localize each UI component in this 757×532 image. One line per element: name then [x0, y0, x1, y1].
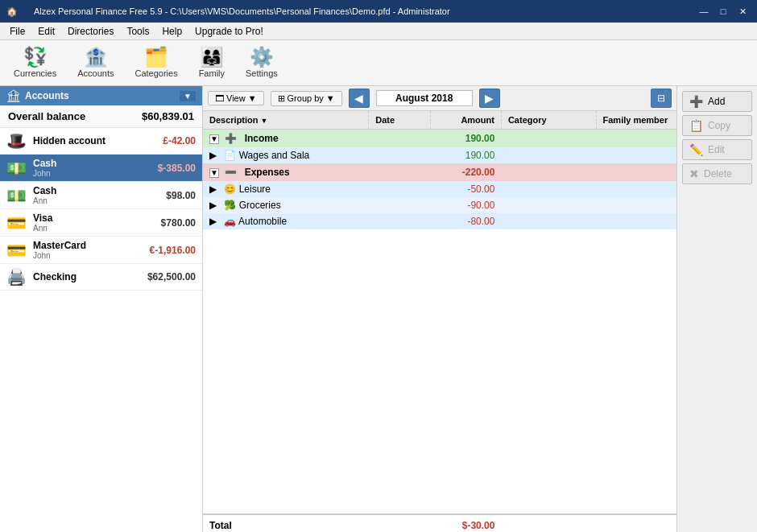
delete-icon: ✖ [689, 167, 699, 180]
close-button[interactable]: ✕ [734, 4, 751, 19]
app-icon: 🏠 [6, 6, 18, 17]
row-category [501, 197, 596, 213]
group-by-dropdown-icon: ▼ [326, 93, 335, 103]
add-icon: ➕ [689, 95, 703, 108]
expand-sub-icon[interactable]: ▶ [209, 150, 217, 161]
account-amount-visa-ann: $780.00 [139, 217, 196, 229]
table-row[interactable]: ▶ 🥦 Groceries -90.00 [203, 197, 676, 213]
row-description: ▶ 🥦 Groceries [203, 197, 369, 213]
row-description: ▶ 🚗 Automobile [203, 213, 369, 229]
group-by-button[interactable]: ⊞ Group by ▼ [271, 91, 342, 106]
expand-sub-icon[interactable]: ▶ [209, 216, 217, 227]
col-header-category: Category [501, 111, 596, 130]
menu-item-edit[interactable]: Edit [31, 24, 61, 39]
overall-balance: Overall balance $60,839.01 [0, 105, 202, 128]
row-date [369, 213, 430, 229]
account-icon-hidden: 🎩 [6, 131, 27, 151]
edit-label: Edit [708, 144, 725, 155]
group-row-expenses[interactable]: ▼ ➖ Expenses -220.00 [203, 163, 676, 181]
row-description: ▶ 😊 Leisure [203, 181, 369, 197]
accounts-list: 🎩 Hidden account £-42.00 💵 Cash John $-3… [0, 128, 202, 291]
delete-button[interactable]: ✖ Delete [682, 163, 752, 184]
menu-item-tools[interactable]: Tools [120, 24, 155, 39]
title-bar: 🏠 Alzex Personal Finance Free 5.9 - C:\U… [0, 0, 757, 23]
copy-button[interactable]: 📋 Copy [682, 115, 752, 136]
expand-icon-income[interactable]: ▼ [209, 134, 219, 144]
account-info-cash-ann: Cash Ann [33, 185, 133, 205]
group-by-icon: ⊞ [278, 93, 285, 104]
expand-icon-expenses[interactable]: ▼ [209, 168, 219, 178]
categories-label: Categories [134, 68, 177, 78]
table-row[interactable]: ▶ 📄 Wages and Sala 190.00 [203, 147, 676, 163]
toolbar-btn-settings[interactable]: ⚙️ Settings [238, 43, 285, 82]
copy-icon: 📋 [689, 119, 703, 132]
group-row-income[interactable]: ▼ ➕ Income 190.00 [203, 130, 676, 148]
menu-item-help[interactable]: Help [155, 24, 188, 39]
currencies-label: Currencies [14, 68, 56, 78]
account-name-hidden: Hidden account [33, 135, 133, 146]
account-info-cash-john: Cash John [33, 158, 133, 178]
account-owner-cash-john: John [33, 169, 133, 178]
sort-arrow-description: ▼ [261, 117, 268, 125]
categories-icon: 🗂️ [144, 47, 168, 67]
row-category [501, 147, 596, 163]
row-category [501, 181, 596, 197]
toolbar-btn-family[interactable]: 👨‍👩‍👧 Family [192, 43, 232, 82]
account-item-hidden[interactable]: 🎩 Hidden account £-42.00 [0, 128, 202, 155]
menu-item-upgrade-to-pro![interactable]: Upgrade to Pro! [188, 24, 270, 39]
account-item-checking[interactable]: 🖨️ Checking $62,500.00 [0, 264, 202, 291]
main-container: 🏦 Accounts ▼ Overall balance $60,839.01 … [0, 86, 757, 532]
row-icon: 😊 [224, 184, 236, 195]
next-period-button[interactable]: ▶ [479, 89, 500, 108]
toolbar-btn-currencies[interactable]: 💱 Currencies [6, 43, 64, 82]
title-bar-controls: — □ ✕ [696, 4, 751, 19]
menu-item-file[interactable]: File [3, 24, 31, 39]
account-item-mastercard-john[interactable]: 💳 MasterCard John €-1,916.00 [0, 237, 202, 264]
col-header-amount: Amount [430, 111, 501, 130]
row-icon: 🥦 [224, 200, 236, 211]
total-section: Total $-30.00 [203, 513, 676, 532]
view-button[interactable]: 🗖 View ▼ [208, 91, 264, 105]
group-amount-expenses: -220.00 [430, 163, 501, 181]
account-name-visa-ann: Visa [33, 212, 133, 224]
account-amount-cash-ann: $98.00 [139, 190, 196, 201]
sidebar: 🏦 Accounts ▼ Overall balance $60,839.01 … [0, 86, 203, 532]
maximize-button[interactable]: □ [715, 4, 731, 19]
account-item-cash-john[interactable]: 💵 Cash John $-385.00 [0, 155, 202, 182]
add-button[interactable]: ➕ Add [682, 91, 752, 112]
table-row[interactable]: ▶ 🚗 Automobile -80.00 [203, 213, 676, 229]
row-amount: 190.00 [430, 147, 501, 163]
layout-button[interactable]: ⊟ [651, 89, 672, 108]
account-item-cash-ann[interactable]: 💵 Cash Ann $98.00 [0, 182, 202, 209]
menu-item-directories[interactable]: Directories [61, 24, 120, 39]
account-owner-visa-ann: Ann [33, 224, 133, 233]
toolbar-btn-accounts[interactable]: 🏦 Accounts [70, 43, 121, 82]
minimize-button[interactable]: — [696, 4, 712, 19]
toolbar-btn-categories[interactable]: 🗂️ Categories [127, 43, 184, 82]
account-info-hidden: Hidden account [33, 135, 133, 146]
account-owner-cash-ann: Ann [33, 196, 133, 205]
content-area: 🗖 View ▼ ⊞ Group by ▼ ◀ August 2018 ▶ ⊟ [203, 86, 676, 532]
row-description: ▶ 📄 Wages and Sala [203, 147, 369, 163]
account-item-visa-ann[interactable]: 💳 Visa Ann $780.00 [0, 209, 202, 237]
period-label: August 2018 [376, 90, 473, 106]
prev-period-button[interactable]: ◀ [349, 89, 370, 108]
col-header-description: Description ▼ [203, 111, 369, 130]
content-toolbar: 🗖 View ▼ ⊞ Group by ▼ ◀ August 2018 ▶ ⊟ [203, 86, 676, 111]
view-dropdown-icon: ▼ [248, 93, 257, 103]
view-label: View [226, 93, 246, 103]
data-table: Description ▼ Date Amount Category Famil… [203, 111, 676, 513]
table-row[interactable]: ▶ 😊 Leisure -50.00 [203, 181, 676, 197]
title-bar-title: Alzex Personal Finance Free 5.9 - C:\Use… [18, 6, 696, 16]
main-toolbar: 💱 Currencies 🏦 Accounts 🗂️ Categories 👨‍… [0, 40, 757, 86]
edit-button[interactable]: ✏️ Edit [682, 139, 752, 160]
table-header-row: Description ▼ Date Amount Category Famil… [203, 111, 676, 130]
expand-sub-icon[interactable]: ▶ [209, 184, 217, 195]
col-header-family: Family member [596, 111, 676, 130]
sidebar-header: 🏦 Accounts ▼ [0, 86, 202, 105]
settings-label: Settings [246, 68, 278, 78]
expand-sub-icon[interactable]: ▶ [209, 200, 217, 211]
family-label: Family [199, 68, 225, 78]
sidebar-dropdown-button[interactable]: ▼ [180, 91, 196, 101]
group-type-icon-income: ➕ [225, 133, 237, 144]
